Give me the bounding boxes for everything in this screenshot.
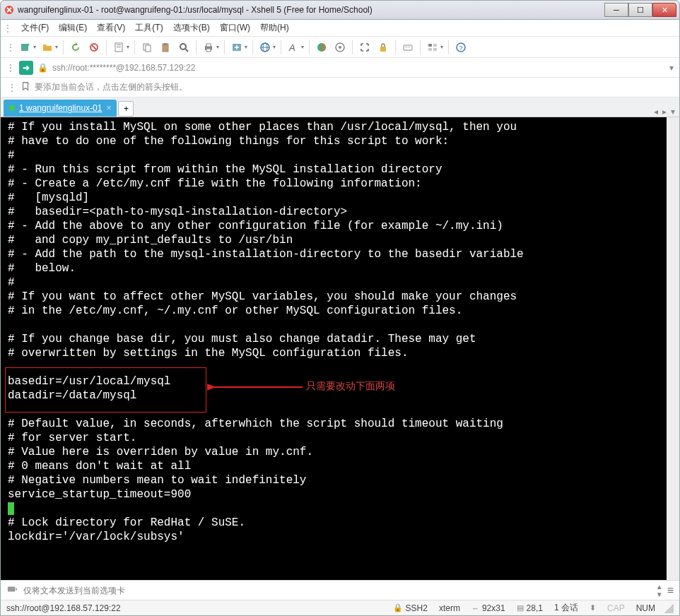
- keyboard-icon[interactable]: [399, 40, 416, 55]
- xftp-icon[interactable]: [228, 40, 245, 55]
- grip-icon: ⋮: [6, 63, 15, 73]
- svg-rect-22: [380, 47, 386, 52]
- svg-rect-13: [206, 44, 211, 47]
- menu-tools[interactable]: 工具(T): [135, 22, 163, 34]
- svg-rect-6: [117, 47, 121, 47]
- properties-icon[interactable]: [110, 40, 127, 55]
- tab-menu-icon[interactable]: ▾: [671, 107, 675, 117]
- status-proto: SSH2: [406, 603, 428, 613]
- add-tab-icon[interactable]: +: [118, 101, 134, 117]
- ssh-icon: 🔒: [393, 603, 403, 612]
- search-icon[interactable]: [175, 40, 192, 55]
- status-term: xterm: [439, 603, 460, 613]
- help-icon[interactable]: ?: [452, 40, 469, 55]
- status-num: NUM: [636, 603, 655, 613]
- menu-view[interactable]: 查看(V): [97, 22, 125, 34]
- paste-icon[interactable]: [157, 40, 174, 55]
- hint-text: 要添加当前会话，点击左侧的箭头按钮。: [35, 81, 187, 93]
- close-button[interactable]: ✕: [652, 3, 676, 17]
- print-icon[interactable]: [200, 40, 217, 55]
- hint-bar: ⋮ 要添加当前会话，点击左侧的箭头按钮。: [1, 78, 679, 97]
- script-icon[interactable]: [332, 40, 348, 55]
- minimize-button[interactable]: ─: [604, 3, 628, 17]
- svg-rect-29: [433, 44, 437, 47]
- session-tab[interactable]: 1 wangruifenglinux-01 ×: [4, 100, 117, 117]
- tab-nav-left-icon[interactable]: ◂: [654, 107, 658, 117]
- status-cap: CAP: [607, 603, 625, 613]
- menu-bar: ⋮ 文件(F) 编辑(E) 查看(V) 工具(T) 选项卡(B) 窗口(W) 帮…: [1, 20, 679, 37]
- grip-icon: ⋮: [4, 23, 11, 33]
- resize-grip-icon[interactable]: [664, 603, 674, 613]
- svg-rect-24: [405, 47, 406, 47]
- status-pos: 28,1: [527, 603, 543, 613]
- svg-point-11: [180, 44, 186, 49]
- svg-rect-35: [8, 587, 16, 592]
- status-dot-icon: [9, 105, 15, 111]
- menu-edit[interactable]: 编辑(E): [59, 22, 87, 34]
- address-text[interactable]: ssh://root:********@192.168.57.129:22: [52, 63, 665, 73]
- arrow-icon: [207, 377, 306, 398]
- svg-point-21: [339, 46, 341, 49]
- color-scheme-icon[interactable]: [313, 40, 330, 55]
- svg-rect-31: [433, 48, 437, 51]
- svg-rect-30: [428, 48, 432, 51]
- svg-text:A: A: [288, 42, 295, 53]
- status-connection: ssh://root@192.168.57.129:22: [6, 603, 387, 613]
- app-icon: [4, 4, 15, 16]
- svg-rect-27: [409, 47, 410, 47]
- svg-rect-5: [117, 45, 121, 45]
- open-folder-icon[interactable]: [39, 40, 56, 55]
- tab-bar: 1 wangruifenglinux-01 × + ◂ ▸ ▾: [1, 97, 679, 117]
- menu-help[interactable]: 帮助(H): [260, 22, 289, 34]
- font-icon[interactable]: A: [285, 40, 302, 55]
- address-dropdown-icon[interactable]: ▾: [669, 63, 674, 73]
- svg-rect-14: [206, 49, 211, 52]
- status-sessions: 1 会话: [554, 602, 578, 614]
- menu-file[interactable]: 文件(F): [21, 22, 49, 34]
- svg-rect-25: [406, 47, 407, 47]
- callout-box: [5, 367, 206, 413]
- copy-icon[interactable]: [139, 40, 156, 55]
- tab-label: 1 wangruifenglinux-01: [19, 103, 102, 113]
- send-menu-icon[interactable]: ≡: [667, 584, 674, 597]
- pos-icon: ▤: [517, 603, 524, 612]
- menu-window[interactable]: 窗口(W): [220, 22, 250, 34]
- svg-rect-23: [404, 45, 412, 50]
- maximize-button[interactable]: ☐: [628, 3, 652, 17]
- layout-icon[interactable]: [424, 40, 441, 55]
- size-icon: ↔: [471, 604, 479, 612]
- window-titlebar: wangruifenglinux-01 - root@wangruifeng-0…: [0, 0, 680, 20]
- lock-icon: 🔒: [37, 63, 48, 73]
- reconnect-icon[interactable]: [67, 40, 84, 55]
- address-bar: ⋮ ➜ 🔒 ssh://root:********@192.168.57.129…: [1, 58, 679, 78]
- svg-rect-26: [408, 47, 409, 47]
- svg-rect-8: [146, 45, 151, 52]
- svg-text:?: ?: [459, 45, 463, 52]
- disconnect-icon[interactable]: [86, 40, 102, 55]
- tab-close-icon[interactable]: ×: [106, 103, 111, 113]
- tab-nav-right-icon[interactable]: ▸: [662, 107, 667, 117]
- menu-tabs[interactable]: 选项卡(B): [173, 22, 210, 34]
- callout-text: 只需要改动下面两项: [306, 379, 395, 393]
- new-session-icon[interactable]: +: [17, 40, 34, 55]
- globe-icon[interactable]: [257, 40, 274, 55]
- bookmark-icon[interactable]: [20, 81, 30, 93]
- send-input[interactable]: [23, 586, 650, 596]
- grip-icon: ⋮: [6, 42, 14, 52]
- terminal[interactable]: # If you install MySQL on some other pla…: [1, 117, 679, 580]
- window-title: wangruifenglinux-01 - root@wangruifeng-0…: [18, 5, 604, 15]
- svg-rect-28: [428, 44, 432, 47]
- send-bar: ▲▼ ≡: [1, 580, 679, 600]
- session-nav-icon[interactable]: ⬍: [590, 603, 596, 612]
- lock-icon[interactable]: [375, 40, 392, 55]
- toolbar: ⋮ +▾ ▾ ▾ ▾ ▾ ▾ A▾ ▾ ?: [1, 37, 679, 58]
- status-bar: ssh://root@192.168.57.129:22 🔒SSH2 xterm…: [1, 600, 679, 615]
- svg-rect-10: [164, 43, 167, 45]
- fullscreen-icon[interactable]: [356, 40, 373, 55]
- grip-icon: ⋮: [8, 83, 16, 93]
- new-connection-button[interactable]: ➜: [19, 61, 33, 75]
- status-size: 92x31: [482, 603, 505, 613]
- svg-text:+: +: [27, 42, 30, 48]
- send-icon[interactable]: [6, 584, 18, 596]
- send-history-icon[interactable]: ▲▼: [656, 583, 663, 598]
